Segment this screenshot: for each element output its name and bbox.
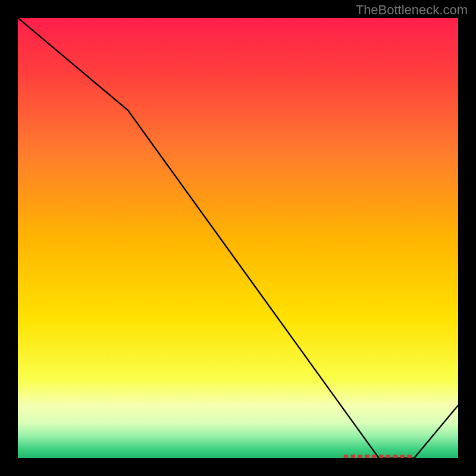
svg-rect-2 (358, 455, 362, 458)
svg-rect-0 (344, 455, 349, 458)
chart-frame: TheBottleneck.com (0, 0, 476, 476)
watermark-text: TheBottleneck.com (356, 2, 468, 18)
svg-rect-6 (386, 455, 391, 458)
svg-rect-5 (379, 455, 384, 458)
plot-area (18, 18, 458, 458)
svg-rect-3 (365, 455, 369, 458)
svg-rect-9 (407, 455, 412, 458)
svg-rect-7 (393, 455, 397, 458)
svg-rect-1 (350, 455, 355, 458)
svg-rect-8 (400, 455, 405, 458)
chart-canvas (18, 18, 458, 458)
svg-rect-4 (372, 455, 377, 458)
gradient-background (18, 18, 458, 458)
